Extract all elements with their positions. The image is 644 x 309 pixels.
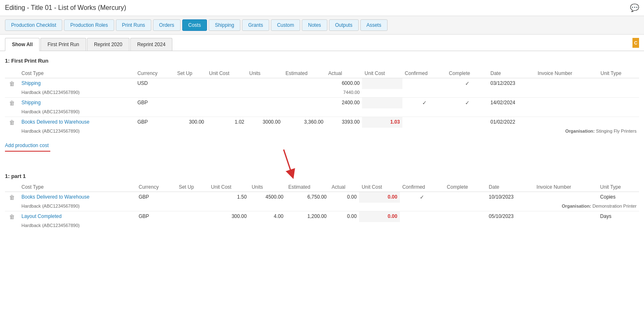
unit-type-cell: Copies bbox=[598, 192, 639, 203]
section1-header-row: Cost Type Currency Set Up Unit Cost Unit… bbox=[5, 69, 639, 78]
nav-btn-production-checklist[interactable]: Production Checklist bbox=[5, 19, 62, 31]
nav-btn-outputs[interactable]: Outputs bbox=[329, 19, 359, 31]
page-title: Editing - Title 01 - List of Works (Merc… bbox=[5, 4, 630, 12]
unit-cost-cell bbox=[207, 78, 247, 89]
setup-cell bbox=[175, 78, 207, 89]
nav-btn-orders[interactable]: Orders bbox=[153, 19, 181, 31]
col-setup-1: Set Up bbox=[175, 69, 207, 78]
nav-btn-custom[interactable]: Custom bbox=[271, 19, 300, 31]
nav-btn-production-roles[interactable]: Production Roles bbox=[64, 19, 114, 31]
delete-icon[interactable]: 🗑 bbox=[7, 194, 16, 201]
unit-cost-actual-cell bbox=[362, 98, 402, 109]
table-row: 🗑 Books Delivered to Warehouse GBP 1.50 … bbox=[5, 192, 639, 203]
nav-btn-assets[interactable]: Assets bbox=[360, 19, 388, 31]
add-production-cost-link[interactable]: Add production cost bbox=[5, 143, 49, 148]
currency-cell: GBP bbox=[135, 117, 174, 128]
cost-type-cell[interactable]: Shipping bbox=[19, 98, 135, 109]
tab-reprint-2024[interactable]: Reprint 2024 bbox=[130, 38, 173, 51]
delete-icon[interactable]: 🗑 bbox=[7, 119, 16, 126]
col-actual-2: Actual bbox=[329, 183, 359, 192]
col-unittype-1: Unit Type bbox=[598, 69, 639, 78]
col-unitcostact-2: Unit Cost bbox=[359, 183, 400, 192]
complete-cell bbox=[444, 211, 487, 222]
unit-cost-actual-cell: 0.00 bbox=[359, 192, 400, 203]
sub-label-cell: Hardback (ABC1234567890) bbox=[19, 222, 329, 230]
actual-cell: 3393.00 bbox=[326, 117, 362, 128]
sub-label-cell: Hardback (ABC1234567890) bbox=[19, 203, 329, 211]
main-content: 1: First Print Run Cost Type Currency Se… bbox=[0, 51, 644, 240]
date-cell: 05/10/2023 bbox=[487, 211, 534, 222]
sub-actual-cell bbox=[329, 222, 359, 230]
table-row: 🗑 Layout Completed GBP 300.00 4.00 1,200… bbox=[5, 211, 639, 222]
units-cell: 4.00 bbox=[249, 211, 286, 222]
setup-cell bbox=[176, 211, 209, 222]
unit-cost-cell: 1.02 bbox=[207, 117, 247, 128]
unit-cost-cell: 300.00 bbox=[209, 211, 249, 222]
currency-cell: GBP bbox=[136, 211, 176, 222]
nav-btn-grants[interactable]: Grants bbox=[242, 19, 269, 31]
sub-actual-cell: 7440.00 bbox=[326, 89, 362, 98]
cost-type-cell[interactable]: Books Delivered to Warehouse bbox=[19, 117, 135, 128]
cost-type-cell[interactable]: Layout Completed bbox=[19, 211, 136, 222]
setup-cell: 300.00 bbox=[175, 117, 207, 128]
col-units-2: Units bbox=[249, 183, 286, 192]
delete-icon[interactable]: 🗑 bbox=[7, 100, 16, 106]
sub-label-cell: Hardback (ABC1234567890) bbox=[19, 108, 326, 117]
col-unitcost-1: Unit Cost bbox=[207, 69, 247, 78]
col-unittype-2: Unit Type bbox=[598, 183, 639, 192]
delete-cell: 🗑 bbox=[5, 117, 19, 128]
comment-icon[interactable]: 💬 bbox=[630, 3, 639, 12]
nav-btn-shipping[interactable]: Shipping bbox=[209, 19, 240, 31]
col-confirmed-1: Confirmed bbox=[402, 69, 447, 78]
actual-cell: 0.00 bbox=[329, 192, 359, 203]
currency-cell: GBP bbox=[135, 98, 174, 109]
col-confirmed-2: Confirmed bbox=[400, 183, 444, 192]
currency-cell: GBP bbox=[136, 192, 176, 203]
cost-type-cell[interactable]: Shipping bbox=[19, 78, 135, 89]
delete-icon[interactable]: 🗑 bbox=[7, 80, 16, 87]
cost-type-cell[interactable]: Books Delivered to Warehouse bbox=[19, 192, 136, 203]
nav-btn-print-runs[interactable]: Print Runs bbox=[116, 19, 151, 31]
table-row-sub: Hardback (ABC1234567890) 7440.00 bbox=[5, 89, 639, 98]
red-arrow bbox=[271, 147, 304, 180]
confirmed-cell bbox=[402, 78, 447, 89]
nav-bar: Production ChecklistProduction RolesPrin… bbox=[0, 16, 644, 35]
col-date-2: Date bbox=[487, 183, 534, 192]
invoice-cell bbox=[534, 211, 597, 222]
tabs-bar: Show AllFirst Print RunReprint 2020Repri… bbox=[0, 35, 644, 51]
sub-actual-cell bbox=[326, 128, 362, 136]
currency-cell: USD bbox=[135, 78, 174, 89]
tab-first-print-run[interactable]: First Print Run bbox=[40, 38, 86, 51]
section1-table: Cost Type Currency Set Up Unit Cost Unit… bbox=[5, 69, 639, 136]
table-row-sub: Hardback (ABC1234567890) Organisation: D… bbox=[5, 203, 639, 211]
col-unitcostact-1: Unit Cost bbox=[362, 69, 402, 78]
complete-cell bbox=[444, 192, 487, 203]
col-units-1: Units bbox=[247, 69, 283, 78]
delete-icon[interactable]: 🗑 bbox=[7, 213, 16, 220]
tab-reprint-2020[interactable]: Reprint 2020 bbox=[87, 38, 129, 51]
unit-cost-actual-cell bbox=[362, 78, 402, 89]
invoice-cell bbox=[534, 192, 597, 203]
unit-cost-actual-cell: 0.00 bbox=[359, 211, 400, 222]
invoice-cell bbox=[535, 78, 598, 89]
date-cell: 01/02/2022 bbox=[488, 117, 536, 128]
col-currency-2: Currency bbox=[136, 183, 176, 192]
units-cell: 4500.00 bbox=[249, 192, 286, 203]
table-row-sub: Hardback (ABC1234567890) bbox=[5, 108, 639, 117]
col-complete-2: Complete bbox=[444, 183, 487, 192]
section2-table: Cost Type Currency Set Up Unit Cost Unit… bbox=[5, 183, 639, 230]
tab-show-all[interactable]: Show All bbox=[5, 38, 40, 51]
units-cell: 3000.00 bbox=[247, 117, 283, 128]
col-cost-type-2: Cost Type bbox=[19, 183, 136, 192]
col-setup-2: Set Up bbox=[176, 183, 209, 192]
delete-cell: 🗑 bbox=[5, 192, 19, 203]
nav-btn-notes[interactable]: Notes bbox=[302, 19, 327, 31]
invoice-cell bbox=[535, 98, 598, 109]
nav-btn-costs[interactable]: Costs bbox=[182, 19, 207, 31]
unit-type-cell bbox=[598, 117, 639, 128]
delete-cell: 🗑 bbox=[5, 78, 19, 89]
units-cell bbox=[247, 98, 283, 109]
sub-actual-cell bbox=[329, 203, 359, 211]
col-currency-1: Currency bbox=[135, 69, 174, 78]
sub-label-cell: Hardback (ABC1234567890) bbox=[19, 89, 326, 98]
